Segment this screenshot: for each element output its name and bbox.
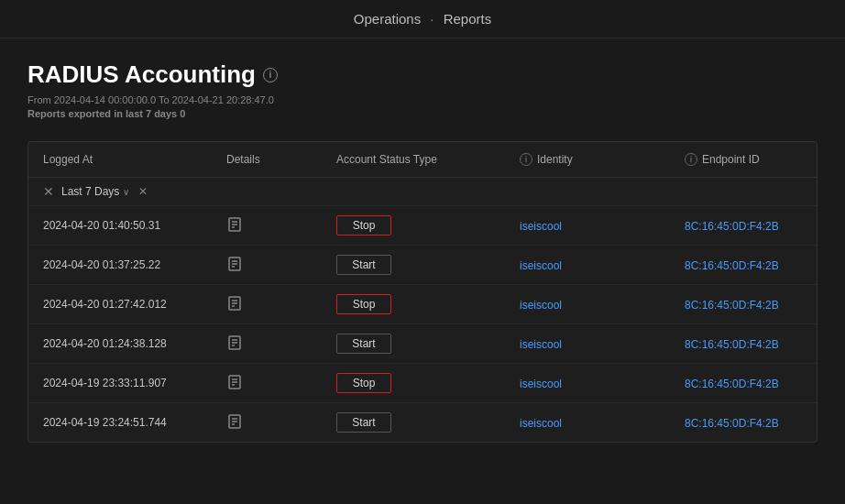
cell-identity[interactable]: iseiscool xyxy=(520,298,685,312)
table-row: 2024-04-20 01:24:38.128 Start iseiscool … xyxy=(28,324,817,364)
cell-identity[interactable]: iseiscool xyxy=(520,377,685,390)
cell-endpoint-id[interactable]: 8C:16:45:0D:F4:2B xyxy=(685,258,802,272)
filter-chevron-icon: ∨ xyxy=(123,187,129,197)
status-badge: Start xyxy=(336,334,391,354)
exports-info: Reports exported in last 7 days 0 xyxy=(27,108,818,119)
col-header-details: Details xyxy=(226,153,336,166)
filter-tag-last7days[interactable]: Last 7 Days ∨ xyxy=(61,185,129,198)
cell-details[interactable] xyxy=(226,413,336,433)
cell-status: Stop xyxy=(336,294,520,314)
table-row: 2024-04-19 23:33:11.907 Stop iseiscool 8… xyxy=(28,364,817,403)
cell-identity[interactable]: iseiscool xyxy=(520,219,685,233)
table-header: Logged At Details Account Status Type i … xyxy=(28,142,817,178)
cell-endpoint-id[interactable]: 8C:16:45:0D:F4:2B xyxy=(685,377,802,390)
status-badge: Start xyxy=(336,255,391,275)
status-badge: Stop xyxy=(336,215,391,236)
endpoint-link[interactable]: 8C:16:45:0D:F4:2B xyxy=(685,220,779,233)
col-header-account-status-type: Account Status Type xyxy=(336,153,520,166)
endpoint-info-icon[interactable]: i xyxy=(685,153,697,166)
cell-details[interactable] xyxy=(226,256,336,275)
identity-link[interactable]: iseiscool xyxy=(520,378,562,390)
details-icon xyxy=(226,334,243,351)
endpoint-link[interactable]: 8C:16:45:0D:F4:2B xyxy=(685,299,779,312)
cell-details[interactable] xyxy=(226,374,336,393)
cell-status: Start xyxy=(336,412,520,433)
endpoint-link[interactable]: 8C:16:45:0D:F4:2B xyxy=(685,259,779,272)
title-info-icon[interactable]: i xyxy=(263,68,278,82)
details-icon xyxy=(226,295,243,312)
table-row: 2024-04-20 01:40:50.31 Stop iseiscool 8C… xyxy=(28,206,817,246)
details-icon xyxy=(226,413,243,430)
page-title-row: RADIUS Accounting i xyxy=(27,60,818,89)
cell-endpoint-id[interactable]: 8C:16:45:0D:F4:2B xyxy=(685,298,802,312)
endpoint-link[interactable]: 8C:16:45:0D:F4:2B xyxy=(685,338,779,351)
cell-details[interactable] xyxy=(226,295,336,314)
cell-status: Start xyxy=(336,255,520,275)
cell-logged-at: 2024-04-19 23:33:11.907 xyxy=(43,377,226,389)
filter-row: ✕ Last 7 Days ∨ ✕ xyxy=(28,178,817,206)
nav-operations[interactable]: Operations xyxy=(354,11,421,27)
cell-endpoint-id[interactable]: 8C:16:45:0D:F4:2B xyxy=(685,337,802,351)
cell-details[interactable] xyxy=(226,216,336,236)
main-content: RADIUS Accounting i From 2024-04-14 00:0… xyxy=(0,38,845,443)
identity-link[interactable]: iseiscool xyxy=(520,338,562,351)
table-row: 2024-04-20 01:27:42.012 Stop iseiscool 8… xyxy=(28,285,817,324)
cell-status: Start xyxy=(336,334,520,354)
top-navigation: Operations · Reports xyxy=(0,0,845,38)
status-badge: Start xyxy=(336,412,391,433)
cell-logged-at: 2024-04-20 01:37:25.22 xyxy=(43,258,226,271)
breadcrumb-separator: · xyxy=(430,11,433,27)
details-icon xyxy=(226,216,243,233)
table-row: 2024-04-20 01:37:25.22 Start iseiscool 8… xyxy=(28,246,817,285)
filter-clear-all[interactable]: ✕ xyxy=(43,185,54,198)
cell-logged-at: 2024-04-20 01:40:50.31 xyxy=(43,219,226,232)
identity-link[interactable]: iseiscool xyxy=(520,417,562,430)
cell-logged-at: 2024-04-20 01:24:38.128 xyxy=(43,337,226,350)
details-icon xyxy=(226,374,243,390)
filter-tag-close[interactable]: ✕ xyxy=(138,185,148,198)
endpoint-link[interactable]: 8C:16:45:0D:F4:2B xyxy=(685,417,779,430)
col-header-identity: i Identity xyxy=(520,153,685,166)
details-icon xyxy=(226,256,243,272)
identity-link[interactable]: iseiscool xyxy=(520,299,562,312)
col-header-endpoint-id: i Endpoint ID xyxy=(685,153,802,166)
col-header-logged-at: Logged At xyxy=(43,153,226,166)
data-table: Logged At Details Account Status Type i … xyxy=(27,141,818,443)
endpoint-link[interactable]: 8C:16:45:0D:F4:2B xyxy=(685,378,779,390)
cell-endpoint-id[interactable]: 8C:16:45:0D:F4:2B xyxy=(685,416,802,430)
page-title: RADIUS Accounting xyxy=(27,60,256,89)
cell-details[interactable] xyxy=(226,334,336,354)
identity-link[interactable]: iseiscool xyxy=(520,259,562,272)
table-row: 2024-04-19 23:24:51.744 Start iseiscool … xyxy=(28,403,817,442)
cell-status: Stop xyxy=(336,215,520,236)
cell-endpoint-id[interactable]: 8C:16:45:0D:F4:2B xyxy=(685,219,802,233)
cell-identity[interactable]: iseiscool xyxy=(520,416,685,430)
nav-reports[interactable]: Reports xyxy=(444,11,492,27)
cell-logged-at: 2024-04-19 23:24:51.744 xyxy=(43,416,226,429)
breadcrumb: Operations · Reports xyxy=(354,11,491,27)
status-badge: Stop xyxy=(336,373,391,393)
status-badge: Stop xyxy=(336,294,391,314)
date-range-subtitle: From 2024-04-14 00:00:00.0 To 2024-04-21… xyxy=(27,94,818,105)
cell-identity[interactable]: iseiscool xyxy=(520,337,685,351)
cell-identity[interactable]: iseiscool xyxy=(520,258,685,272)
cell-logged-at: 2024-04-20 01:27:42.012 xyxy=(43,298,226,311)
cell-status: Stop xyxy=(336,373,520,393)
identity-link[interactable]: iseiscool xyxy=(520,220,562,233)
identity-info-icon[interactable]: i xyxy=(520,153,532,166)
